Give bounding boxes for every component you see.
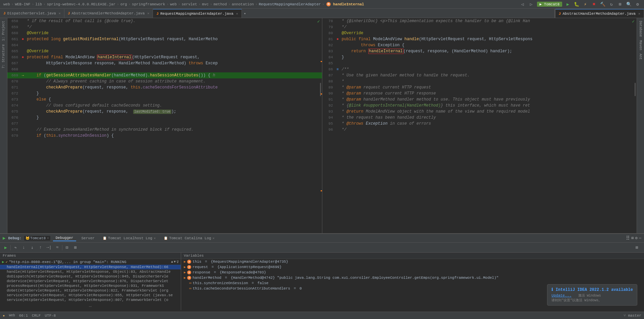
build-icon[interactable]: 🔨 — [600, 1, 606, 7]
fold-icon[interactable]: ≡ — [336, 67, 339, 71]
tabs-more-button[interactable]: ▾ — [242, 9, 248, 18]
restore-layout-icon[interactable]: ⊞ — [72, 244, 79, 251]
status-crlf[interactable]: CRLF — [32, 314, 41, 318]
var-expand-handler-method[interactable]: ▶ — [184, 276, 186, 280]
reorder-icon[interactable]: ⠿ — [626, 235, 630, 242]
run-icon[interactable]: ▶ — [565, 1, 571, 7]
status-utf8[interactable]: UTF-8 — [45, 314, 56, 318]
var-name-response: response — [193, 270, 210, 274]
right-tabs: J AbstractHandlerMethodAdapter.java ✕ — [555, 9, 644, 18]
database-panel-icon[interactable]: Database — [638, 19, 643, 38]
var-expand-this[interactable]: ▶ — [184, 260, 186, 264]
run-to-cursor-btn[interactable]: →| — [45, 244, 53, 251]
var-expand-request[interactable]: ▶ — [184, 265, 186, 269]
step-into-smart-btn[interactable]: ⇓ — [29, 244, 36, 251]
nav-forward-icon[interactable]: ▷ — [528, 1, 534, 7]
debug-tab-catalina-log[interactable]: 📋 Tomcat Catalina Log ✕ — [161, 236, 217, 241]
columns-icon[interactable]: ⊞ — [631, 236, 634, 241]
ant-panel-icon[interactable]: Ant — [638, 52, 643, 61]
step-over-btn[interactable]: ↷ — [12, 244, 19, 251]
debug-icon[interactable]: 🐛 — [574, 1, 580, 7]
evaluate-btn[interactable]: ≈ — [54, 244, 61, 251]
expand-all-btn[interactable]: ⊞ — [633, 244, 641, 251]
frame-row-6[interactable]: service(HttpServletRequest, HttpServletR… — [0, 293, 181, 298]
profile-icon[interactable]: ⚡ — [582, 1, 588, 7]
breadcrumb-method[interactable]: method — [214, 2, 227, 6]
frame-row-0[interactable]: handleInternal(HttpServletRequest, HttpS… — [0, 265, 181, 269]
thread-down-icon[interactable]: ▼ — [174, 260, 176, 264]
nav-back-icon[interactable]: ◁ — [520, 1, 526, 7]
settings-icon[interactable]: ⚙ — [635, 1, 641, 7]
breadcrumb-servlet[interactable]: servlet — [181, 2, 197, 6]
thread-row[interactable]: ▶ ✓ "http-nio-8080-exec-1"@2,... in grou… — [0, 259, 181, 265]
resume-btn[interactable]: ▶ — [2, 244, 9, 251]
tab-dispatcher[interactable]: J DispatcherServlet.java ✕ — [0, 9, 64, 18]
breadcrumb-org[interactable]: org — [120, 2, 127, 6]
update-link[interactable]: Update... — [551, 294, 571, 298]
frame-label-5: doGet(HttpServletRequest, HttpServletRes… — [7, 289, 168, 293]
tab-close-icon[interactable]: ✕ — [147, 11, 149, 15]
frame-row-4[interactable]: processRequest(HttpServletRequest, HttpS… — [0, 283, 181, 288]
debug-run-icon[interactable]: ▶ — [3, 235, 5, 241]
frame-row-7[interactable]: service(HttpServletRequest, HttpServletR… — [0, 298, 181, 302]
frames-panel[interactable]: Frames ▶ ✓ "http-nio-8080-exec-1"@2,... … — [0, 253, 181, 310]
var-row-this[interactable]: ▶ f this = {RequestMappingHandlerAdapter… — [181, 259, 644, 264]
breadcrumb-method[interactable]: handleInternal — [333, 2, 364, 6]
breakpoint-666[interactable]: ● — [21, 55, 24, 60]
session-selector[interactable]: 🐱 Tomcat8 ✕ — [24, 236, 50, 241]
minimize-debug-icon[interactable]: — — [639, 236, 641, 241]
tab-close-icon[interactable]: ✕ — [638, 12, 640, 16]
var-row-request[interactable]: ▶ f request = {ApplicationHttpRequest@46… — [181, 264, 644, 270]
breakpoint-r81[interactable]: ● — [336, 37, 339, 42]
left-code-scroll[interactable]: 658 * if the result of that call is {@co… — [7, 18, 322, 233]
breadcrumb-webinf[interactable]: WEB-INF — [15, 2, 30, 6]
thread-filter-icon[interactable]: ⊽ — [176, 260, 179, 264]
breadcrumb-springframework[interactable]: springframework — [132, 2, 165, 6]
stop-icon[interactable]: ■ — [591, 1, 597, 7]
right-editor[interactable]: ✓ 78 * {@inheritDoc} <p>This implementat… — [322, 18, 637, 233]
update-icon[interactable]: ↻ — [608, 1, 614, 7]
debug-tab-server[interactable]: Server — [79, 236, 98, 241]
breadcrumb-class[interactable]: RequestMappingHandlerAdapter — [259, 2, 321, 6]
project-panel-icon[interactable]: 1: Project — [1, 19, 6, 42]
frame-row-3[interactable]: doService(HttpServletRequest, HttpServle… — [0, 279, 181, 283]
settings-debug-icon[interactable]: ⚙ — [635, 236, 638, 241]
maven-panel-icon[interactable]: Maven — [638, 39, 643, 52]
right-scrollbar[interactable] — [635, 83, 636, 96]
tab-close-icon[interactable]: ✕ — [236, 12, 238, 16]
step-out-btn[interactable]: ↑ — [37, 244, 44, 251]
threads-icon[interactable]: ⊟ — [63, 244, 71, 251]
debug-tab-debugger[interactable]: Debugger — [53, 235, 76, 241]
layout-icon[interactable]: ⊞ — [617, 1, 623, 7]
structure-panel-icon[interactable]: 7: Structure — [1, 43, 6, 70]
thread-up-icon[interactable]: ▲ — [171, 260, 173, 264]
catalina-log-close[interactable]: ✕ — [213, 236, 215, 240]
tomcat-run-button[interactable]: ▶ Tomcat8 — [537, 2, 562, 7]
right-code-scroll[interactable]: 78 * {@inheritDoc} <p>This implementatio… — [322, 18, 637, 233]
var-row-response[interactable]: ▶ f response = {ResponseFacade@4703} — [181, 270, 644, 275]
left-editor[interactable]: ✓ 658 * if the result of that call is {@… — [7, 18, 322, 233]
debug-tab-localhost-log[interactable]: 📋 Tomcat Localhost Log ✕ — [100, 236, 158, 241]
frame-row-2[interactable]: doDispatch(HttpServletRequest, HttpServl… — [0, 274, 181, 279]
search-icon[interactable]: 🔍 — [626, 1, 632, 7]
var-row-handler-method[interactable]: ▶ f handlerMethod = {HandlerMethod@4742}… — [181, 275, 644, 280]
breadcrumb-jar[interactable]: spring-webmvc-4.0.0.RELEASE.jar — [47, 2, 116, 6]
breadcrumb-lib[interactable]: lib — [35, 2, 42, 6]
tab-request-mapping[interactable]: J RequestMappingHandlerAdapter.java ✕ — [153, 9, 241, 18]
var-expand-response[interactable]: ▶ — [184, 270, 186, 274]
breadcrumb-mvc[interactable]: mvc — [202, 2, 209, 6]
tab-close-icon[interactable]: ✕ — [59, 11, 61, 15]
tab-abstract-handler2[interactable]: J AbstractHandlerMethodAdapter.java ✕ — [555, 9, 644, 18]
localhost-log-close[interactable]: ✕ — [154, 236, 156, 240]
status-favorites-icon[interactable]: ★ — [3, 313, 5, 318]
step-into-btn[interactable]: ↓ — [20, 244, 28, 251]
status-branch[interactable]: master — [628, 314, 641, 318]
frame-row-5[interactable]: doGet(HttpServletRequest, HttpServletRes… — [0, 288, 181, 293]
breadcrumb-web[interactable]: web — [170, 2, 177, 6]
breadcrumb-annotation[interactable]: annotation — [232, 2, 254, 6]
session-dropdown-icon[interactable]: ✕ — [47, 236, 49, 240]
tab-abstract-handler[interactable]: J AbstractHandlerMethodAdapter.java ✕ — [64, 9, 153, 18]
breadcrumb-web[interactable]: web — [3, 2, 10, 6]
breakpoint-661[interactable]: ● — [21, 37, 24, 42]
frame-row-1[interactable]: handle(HttpServletRequest, HttpServletRe… — [0, 269, 181, 274]
